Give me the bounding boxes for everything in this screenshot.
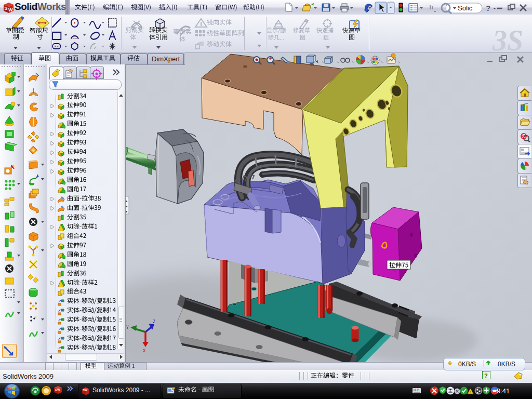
svg-text:0KB/S: 0KB/S — [498, 361, 515, 368]
svg-text:?: ? — [486, 4, 490, 12]
svg-text:SW: SW — [83, 389, 88, 392]
svg-text:S: S — [5, 6, 8, 11]
svg-text:SW: SW — [55, 388, 60, 391]
svg-text:0KB/S: 0KB/S — [458, 361, 476, 368]
svg-text:W: W — [8, 7, 13, 12]
svg-text:Solic: Solic — [458, 4, 473, 12]
svg-text:9:41: 9:41 — [497, 387, 510, 395]
svg-text:!: ! — [470, 390, 471, 394]
svg-text:?: ? — [484, 373, 488, 379]
